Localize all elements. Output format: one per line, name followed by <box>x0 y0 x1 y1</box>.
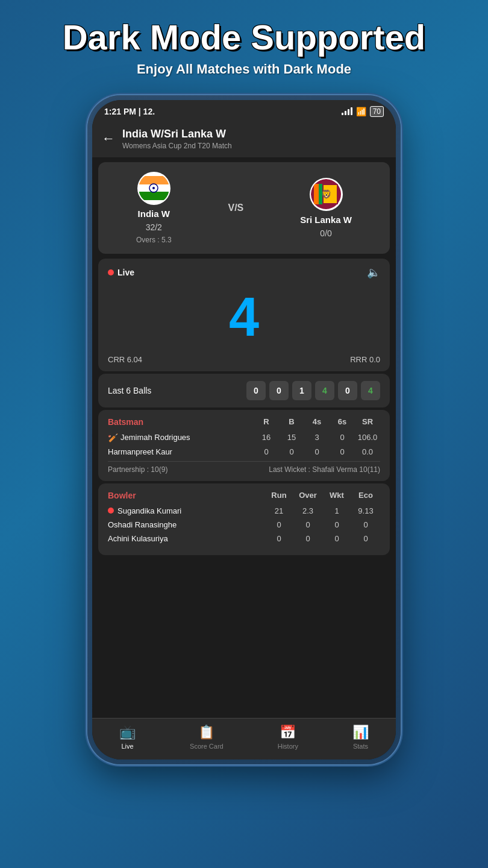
ball-6: 4 <box>361 381 380 400</box>
bowl1-over: 2.3 <box>293 506 322 515</box>
header-section: Dark Mode Supported Enjoy All Matches wi… <box>0 0 488 83</box>
col-6s: 6s <box>330 417 355 427</box>
subtitle: Enjoy All Matches with Dark Mode <box>12 61 476 77</box>
bowler-col-headers: Run Over Wkt Eco <box>264 491 380 500</box>
svg-rect-1 <box>139 176 169 184</box>
batsman-section: Batsman R B 4s 6s SR 🏏 Jemim <box>98 410 390 481</box>
current-ball-display: 4 <box>108 284 380 350</box>
bowl3-eco: 0 <box>351 534 380 543</box>
bcol-eco: Eco <box>351 491 380 500</box>
bowl1-run: 21 <box>264 506 293 515</box>
bowl3-wkt: 0 <box>322 534 351 543</box>
bcol-over: Over <box>293 491 322 500</box>
bcol-run: Run <box>264 491 293 500</box>
balls-section: Last 6 Balls 0 0 1 4 0 4 <box>98 374 390 407</box>
bowl3-over: 0 <box>293 534 322 543</box>
match-title: India W/Sri Lanka W <box>122 128 386 140</box>
crr-label: CRR 6.04 <box>108 355 142 364</box>
partnership-row: Partnership : 10(9) Last Wicket : Shafal… <box>108 461 380 474</box>
bat1-6s: 0 <box>330 433 355 442</box>
phone-container: 1:21 PM | 12. 📶 70 ← India W/ <box>0 95 488 764</box>
bowler1-stats: 21 2.3 1 9.13 <box>264 506 380 515</box>
bat2-6s: 0 <box>330 447 355 456</box>
main-title: Dark Mode Supported <box>12 18 476 57</box>
nav-stats[interactable]: 📊 Stats <box>352 725 369 750</box>
svg-text:🦁: 🦁 <box>321 189 332 200</box>
team1-block: India W 32/2 Overs : 5.3 <box>136 172 172 244</box>
content-scroll[interactable]: India W 32/2 Overs : 5.3 V/S <box>92 157 396 718</box>
bowler-section: Bowler Run Over Wkt Eco Sugandika Kumari <box>98 483 390 555</box>
col-b: B <box>279 417 304 427</box>
partnership-text: Partnership : 10(9) <box>108 465 167 474</box>
batsman-row-2: Harmanpreet Kaur 0 0 0 0 0.0 <box>108 447 380 456</box>
srilanka-flag: 🦁 <box>310 178 343 211</box>
live-nav-icon: 📺 <box>119 725 136 740</box>
bat2-b: 0 <box>279 447 304 456</box>
svg-point-4 <box>152 187 155 189</box>
bowl2-over: 0 <box>293 520 322 529</box>
ball-2: 0 <box>269 381 289 400</box>
batsman2-name: Harmanpreet Kaur <box>108 447 254 456</box>
bat2-r: 0 <box>254 447 279 456</box>
balls-label: Last 6 Balls <box>108 386 151 395</box>
vs-text: V/S <box>228 203 244 213</box>
bowler1-name: Sugandika Kumari <box>108 506 264 515</box>
team1-score: 32/2 <box>146 222 162 232</box>
batsman1-stats: 16 15 3 0 106.0 <box>254 433 380 442</box>
stats-nav-icon: 📊 <box>352 725 369 740</box>
phone-frame: 1:21 PM | 12. 📶 70 ← India W/ <box>87 95 401 764</box>
bowler3-stats: 0 0 0 0 <box>264 534 380 543</box>
nav-scorecard[interactable]: 📋 Score Card <box>190 725 224 750</box>
batsman-title: Batsman <box>108 417 143 427</box>
bowler-header-row: Bowler Run Over Wkt Eco <box>108 491 380 500</box>
india-flag <box>137 172 170 205</box>
bowler-title: Bowler <box>108 491 136 500</box>
sound-icon[interactable]: 🔈 <box>367 266 380 279</box>
back-button[interactable]: ← <box>102 131 115 146</box>
col-r: R <box>254 417 279 427</box>
crr-row: CRR 6.04 RRR 0.0 <box>108 355 380 364</box>
svg-rect-2 <box>139 192 169 200</box>
bowl2-wkt: 0 <box>322 520 351 529</box>
battery-icon: 70 <box>370 106 384 117</box>
live-dot <box>108 269 114 275</box>
bowler3-name: Achini Kulasuriya <box>108 534 264 543</box>
scorecard-nav-icon: 📋 <box>198 725 214 740</box>
live-badge: Live <box>108 268 134 277</box>
nav-live[interactable]: 📺 Live <box>119 725 136 750</box>
live-section: Live 🔈 4 CRR 6.04 RRR 0.0 <box>98 259 390 371</box>
status-bar: 1:21 PM | 12. 📶 70 <box>92 100 396 121</box>
bat1-4s: 3 <box>304 433 330 442</box>
nav-live-label: Live <box>121 743 133 750</box>
live-label: Live <box>117 268 134 277</box>
batsman2-stats: 0 0 0 0 0.0 <box>254 447 380 456</box>
ball-3: 1 <box>292 381 311 400</box>
team2-name: Sri Lanka W <box>300 215 352 225</box>
last-wicket-text: Last Wicket : Shafali Verma 10(11) <box>269 465 380 474</box>
team1-overs: Overs : 5.3 <box>136 236 172 244</box>
bowler-row-1: Sugandika Kumari 21 2.3 1 9.13 <box>108 506 380 515</box>
bowl1-eco: 9.13 <box>351 506 380 515</box>
ball-5: 0 <box>338 381 357 400</box>
bowl3-run: 0 <box>264 534 293 543</box>
col-sr: SR <box>355 417 380 427</box>
bat1-r: 16 <box>254 433 279 442</box>
score-section: India W 32/2 Overs : 5.3 V/S <box>98 162 390 254</box>
signal-icon <box>342 107 352 115</box>
match-header: ← India W/Sri Lanka W Womens Asia Cup 2n… <box>92 121 396 157</box>
bowler-row-2: Oshadi Ranasinghe 0 0 0 0 <box>108 520 380 529</box>
balls-row: 0 0 1 4 0 4 <box>246 381 380 400</box>
bat2-4s: 0 <box>304 447 330 456</box>
history-nav-icon: 📅 <box>280 725 296 740</box>
nav-history[interactable]: 📅 History <box>278 725 298 750</box>
nav-history-label: History <box>278 743 298 750</box>
col-4s: 4s <box>304 417 330 427</box>
batsman-col-headers: R B 4s 6s SR <box>254 417 380 427</box>
bcol-wkt: Wkt <box>322 491 351 500</box>
bowl2-eco: 0 <box>351 520 380 529</box>
svg-rect-6 <box>314 184 319 204</box>
ball-4: 4 <box>315 381 334 400</box>
status-time: 1:21 PM | 12. <box>104 107 155 116</box>
nav-scorecard-label: Score Card <box>190 743 224 750</box>
batsman-header-row: Batsman R B 4s 6s SR <box>108 417 380 427</box>
